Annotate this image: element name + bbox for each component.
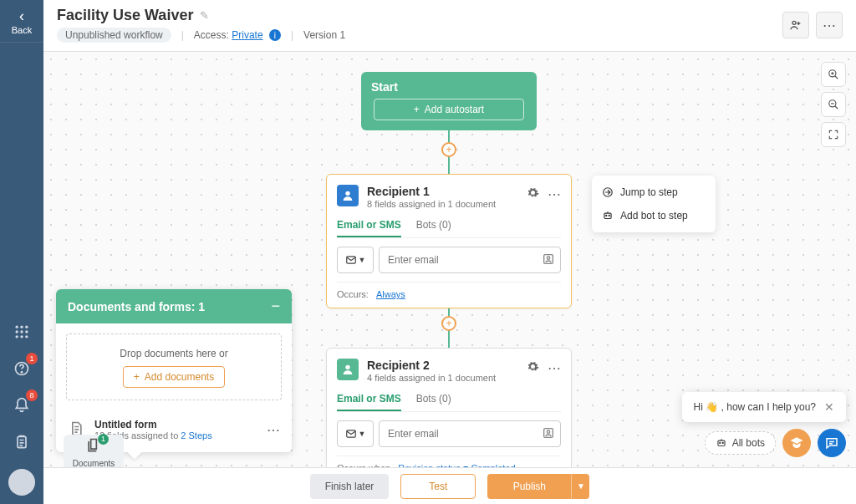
clipboard-icon[interactable] [8,429,35,456]
email-input[interactable] [379,420,561,447]
person-icon [337,185,359,206]
access-link[interactable]: Private [232,29,262,41]
svg-point-29 [722,442,723,443]
start-node[interactable]: Start + Add autostart [361,72,537,130]
bell-badge: 8 [26,389,38,401]
svg-point-0 [16,326,18,328]
info-icon[interactable]: i [269,29,281,41]
all-bots-button[interactable]: All bots [705,431,776,455]
ctx-jump-label: Jump to step [620,186,678,198]
email-field[interactable] [388,421,535,446]
add-docs-label: Add documents [145,371,214,383]
email-input[interactable] [379,247,561,273]
access-label: Access: [194,29,229,41]
separator: | [181,29,184,41]
left-rail: ‹ Back 1 8 [0,0,43,504]
chat-greeting: Hi 👋 , how can I help you? ✕ [682,392,846,422]
add-documents-button[interactable]: + Add documents [123,366,225,388]
contact-picker-icon[interactable] [542,426,555,442]
svg-point-28 [719,442,720,443]
documents-tab-label: Documents [73,459,115,468]
svg-point-4 [20,330,23,333]
zoom-controls [821,62,846,147]
help-badge: 1 [26,353,38,364]
version-label: Version 1 [303,29,345,41]
contact-picker-icon[interactable] [542,252,555,268]
all-bots-label: All bots [732,437,765,449]
svg-point-7 [20,335,23,338]
gear-icon[interactable] [527,360,539,376]
chevron-left-icon: ‹ [0,8,43,23]
plus-icon: + [414,104,420,115]
form-steps-link[interactable]: 2 Steps [181,430,211,440]
header: Facility Use Waiver ✎ Unpublished workfl… [43,0,856,52]
email-field[interactable] [388,247,535,272]
workflow-canvas[interactable]: Start + Add autostart + + Recipient 1 8 … [43,52,856,467]
gear-icon[interactable] [527,186,539,202]
more-icon[interactable]: ⋯ [548,186,561,202]
page-title: Facility Use Waiver [57,7,193,24]
ctx-add-bot[interactable]: Add bot to step [592,204,716,227]
publish-dropdown[interactable]: ▼ [571,474,589,499]
recipient-card-1[interactable]: Recipient 1 8 fields assigned in 1 docum… [326,174,572,308]
separator: | [291,29,293,41]
publish-button[interactable]: Publish [487,474,571,499]
recipient-subtitle: 8 fields assigned in 1 document [367,199,496,209]
edit-title-icon[interactable]: ✎ [200,9,209,22]
tab-email-sms[interactable]: Email or SMS [337,219,401,237]
svg-point-2 [25,326,28,328]
back-button[interactable]: ‹ Back [0,0,43,43]
svg-point-12 [792,21,796,24]
documents-count: 1 [98,434,109,445]
dropzone[interactable]: Drop documents here or + Add documents [66,333,282,400]
svg-point-5 [25,330,28,333]
method-picker[interactable]: ▼ [337,420,374,447]
zoom-in-button[interactable] [821,62,846,87]
add-step-button[interactable]: + [441,316,456,331]
svg-point-10 [21,372,22,373]
tab-bots[interactable]: Bots (0) [416,393,451,411]
svg-point-26 [609,215,609,216]
svg-point-22 [547,430,549,433]
documents-tab[interactable]: 1 Documents [64,435,124,467]
method-picker[interactable]: ▼ [337,247,374,273]
tab-bots[interactable]: Bots (0) [416,219,451,237]
test-button[interactable]: Test [400,474,476,499]
ctx-addbot-label: Add bot to step [620,210,688,221]
add-step-button[interactable]: + [441,142,456,157]
zoom-out-button[interactable] [821,92,846,117]
share-button[interactable] [782,12,809,38]
svg-point-25 [606,215,607,216]
apps-icon[interactable] [8,318,35,345]
svg-point-18 [547,257,549,259]
bell-icon[interactable]: 8 [8,392,35,419]
person-icon [337,359,359,380]
user-avatar[interactable] [8,469,35,496]
more-icon[interactable]: ⋯ [548,360,561,376]
tab-email-sms[interactable]: Email or SMS [337,393,401,411]
ctx-jump-to-step[interactable]: Jump to step [592,181,716,204]
chat-greeting-text: Hi 👋 , how can I help you? [694,401,816,413]
collapse-icon[interactable]: − [271,298,280,315]
finish-later-button[interactable]: Finish later [310,474,390,499]
floating-actions: All bots [705,429,846,457]
help-icon[interactable]: 1 [8,355,35,382]
svg-point-3 [16,330,18,333]
more-button[interactable]: ⋯ [816,12,843,38]
academy-button[interactable] [782,429,811,457]
more-icon[interactable]: ⋯ [267,422,280,438]
close-icon[interactable]: ✕ [824,400,834,414]
chat-button[interactable] [818,429,846,457]
fit-button[interactable] [821,122,846,147]
documents-panel: Documents and forms: 1 − Drop documents … [56,289,292,452]
recipient-card-2[interactable]: Recipient 2 4 fields assigned in 1 docum… [326,348,572,467]
autostart-label: Add autostart [425,104,484,115]
svg-point-1 [20,326,23,328]
documents-icon: 1 [85,437,102,457]
back-label: Back [0,25,43,35]
svg-point-19 [345,365,349,369]
status-pill: Unpublished workflow [57,28,171,43]
occurs-link[interactable]: Always [376,289,405,299]
svg-point-15 [345,191,349,196]
add-autostart-button[interactable]: + Add autostart [374,99,524,120]
